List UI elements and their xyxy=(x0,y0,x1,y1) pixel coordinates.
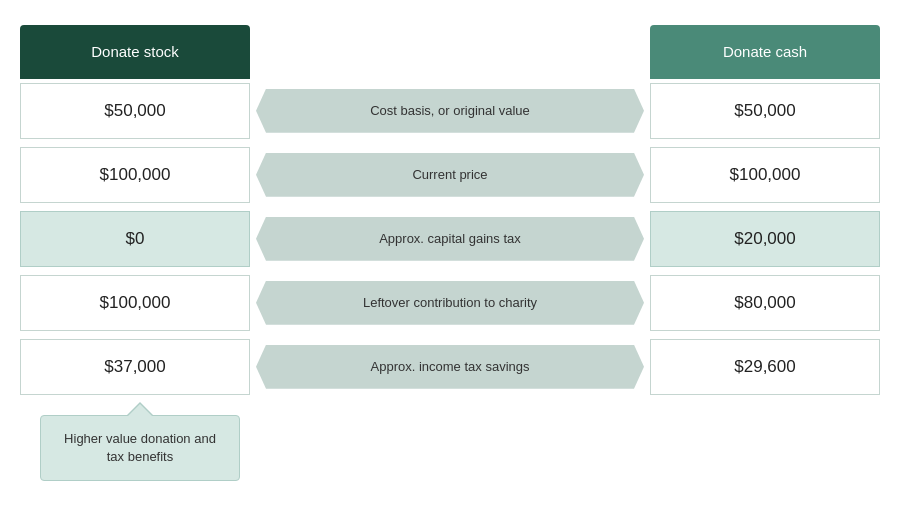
label-banner-3: Leftover contribution to charity xyxy=(256,281,644,325)
right-value-0: $50,000 xyxy=(650,83,880,139)
header-donate-stock: Donate stock xyxy=(20,25,250,79)
left-value-2: $0 xyxy=(20,211,250,267)
right-value-3: $80,000 xyxy=(650,275,880,331)
right-value-2: $20,000 xyxy=(650,211,880,267)
bottom-section: Higher value donation and tax benefits xyxy=(20,409,880,481)
callout-box: Higher value donation and tax benefits xyxy=(40,415,240,481)
left-value-0: $50,000 xyxy=(20,83,250,139)
comparison-container: Donate stock Donate cash $50,000 Cost ba… xyxy=(20,15,880,491)
left-value-3: $100,000 xyxy=(20,275,250,331)
callout-wrapper: Higher value donation and tax benefits xyxy=(20,415,250,481)
label-cell-3: Leftover contribution to charity xyxy=(250,275,650,331)
label-banner-0: Cost basis, or original value xyxy=(256,89,644,133)
label-banner-4: Approx. income tax savings xyxy=(256,345,644,389)
header-donate-cash: Donate cash xyxy=(650,25,880,79)
right-value-1: $100,000 xyxy=(650,147,880,203)
label-cell-1: Current price xyxy=(250,147,650,203)
right-value-4: $29,600 xyxy=(650,339,880,395)
label-banner-1: Current price xyxy=(256,153,644,197)
comparison-grid: Donate stock Donate cash $50,000 Cost ba… xyxy=(20,25,880,399)
label-cell-2: Approx. capital gains tax xyxy=(250,211,650,267)
label-banner-2: Approx. capital gains tax xyxy=(256,217,644,261)
left-value-4: $37,000 xyxy=(20,339,250,395)
left-value-1: $100,000 xyxy=(20,147,250,203)
label-cell-4: Approx. income tax savings xyxy=(250,339,650,395)
label-cell-0: Cost basis, or original value xyxy=(250,83,650,139)
